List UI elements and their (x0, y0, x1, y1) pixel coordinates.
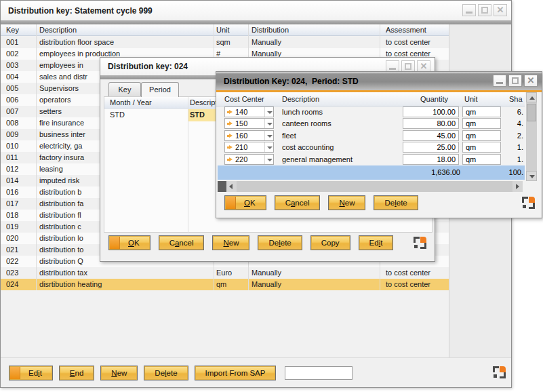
quantity-field[interactable]: 18.00 (403, 154, 459, 165)
cell: 008 (6, 117, 35, 129)
quantity-field[interactable]: 45.00 (403, 130, 459, 141)
link-arrow-icon[interactable] (227, 145, 230, 149)
cell: to cost center (386, 279, 447, 290)
unit-field[interactable]: qm (462, 130, 501, 141)
scroll-down-icon[interactable] (526, 171, 537, 181)
cell: 014 (6, 175, 35, 187)
close-icon[interactable]: ✕ (494, 4, 507, 16)
description-cell: fleet (282, 130, 296, 141)
link-arrow-icon[interactable] (227, 157, 230, 161)
dropdown-arrow-icon[interactable] (264, 107, 273, 117)
cost-center-rows: 140lunch rooms100.00qm6.150canteen rooms… (216, 106, 525, 165)
dropdown-arrow-icon[interactable] (264, 119, 273, 128)
unit-field[interactable]: qm (462, 106, 501, 117)
resize-grip-icon[interactable] (493, 366, 506, 378)
cost-center-combo[interactable]: 160 (224, 130, 274, 141)
window-distribution-key-period: Distribution Key: 024, Period: STD ✕ Cos… (216, 71, 542, 218)
scroll-right-icon[interactable] (512, 181, 523, 192)
cost-center-combo[interactable]: 220 (224, 154, 274, 165)
ok-button[interactable]: OK (108, 235, 150, 250)
new-button[interactable]: New (328, 195, 365, 210)
tab-period[interactable]: Period (141, 82, 179, 97)
maximize-icon[interactable] (508, 75, 522, 87)
resize-grip-icon[interactable] (414, 237, 426, 249)
delete-button[interactable]: Delete (258, 235, 302, 250)
dropdown-arrow-icon[interactable] (264, 131, 273, 140)
resize-grip-icon[interactable] (522, 197, 535, 209)
dropdown-arrow-icon[interactable] (264, 142, 273, 152)
main-window-titlebar[interactable]: Distribution key: Statement cycle 999 ✕ (1, 1, 511, 20)
table-row[interactable]: 001distribution floor spacesqmManuallyto… (1, 37, 449, 48)
cell: 020 (6, 233, 35, 244)
total-share: 100. (501, 165, 523, 180)
scroll-up-icon[interactable] (526, 92, 537, 102)
minimize-icon[interactable] (462, 4, 476, 16)
cost-center-combo[interactable]: 140 (224, 106, 274, 117)
share-cell: 1. (501, 142, 523, 153)
unit-field[interactable]: qm (462, 142, 501, 153)
share-cell: 2. (501, 130, 523, 141)
window-key-buttons: OKCancelNewDeleteCopyEdit (108, 235, 401, 250)
horizontal-scrollbar[interactable] (218, 181, 523, 192)
total-row: 1,636.00 100. (218, 165, 525, 180)
main-table-header: Key Description Unit Distribution Assess… (1, 24, 449, 36)
cell: disrtibution heating (39, 279, 213, 290)
delete-button[interactable]: Delete (144, 366, 188, 380)
minimize-icon[interactable] (493, 75, 506, 87)
cost-center-row[interactable]: 140lunch rooms100.00qm6. (216, 106, 525, 118)
table-row[interactable]: 023distribution taxEuroManuallyto cost c… (1, 267, 449, 279)
scrollbar-block[interactable] (218, 181, 226, 192)
column-header-unit: Unit (464, 92, 478, 106)
month-year-cell[interactable]: STD (110, 109, 125, 121)
cell: Manually (252, 279, 379, 290)
window-period-titlebar[interactable]: Distribution Key: 024, Period: STD ✕ (216, 72, 542, 90)
cell: 021 (6, 244, 35, 256)
table-row[interactable]: 024disrtibution heatingqmManuallyto cost… (1, 279, 449, 290)
cancel-button[interactable]: Cancel (159, 235, 205, 250)
cost-center-row[interactable]: 220general management18.00qm1. (216, 154, 525, 165)
quantity-field[interactable]: 80.00 (403, 118, 459, 129)
unit-field[interactable]: qm (462, 154, 501, 165)
scroll-left-icon[interactable] (226, 181, 237, 192)
quantity-field[interactable]: 25.00 (403, 142, 459, 153)
import-from-sap-button[interactable]: Import From SAP (195, 366, 277, 380)
cancel-button[interactable]: Cancel (275, 195, 321, 210)
cost-center-row[interactable]: 210cost accounting25.00qm1. (216, 142, 525, 153)
footer-input[interactable] (285, 366, 353, 380)
column-header-assessment: Assessment (386, 24, 447, 36)
end-button[interactable]: End (59, 366, 94, 380)
quantity-field[interactable]: 100.00 (403, 106, 459, 117)
scrollbar-thumb[interactable] (527, 104, 536, 121)
delete-button[interactable]: Delete (374, 195, 418, 210)
link-arrow-icon[interactable] (227, 110, 230, 114)
vertical-scrollbar[interactable] (526, 92, 537, 181)
copy-button[interactable]: Copy (310, 235, 350, 250)
description-cell: general management (282, 154, 353, 165)
tab-key[interactable]: Key (108, 82, 141, 96)
main-button-bar: EditEndNewDeleteImport From SAP (1, 357, 511, 387)
total-quantity: 1,636.00 (394, 165, 460, 180)
cost-center-combo[interactable]: 210 (224, 142, 274, 153)
column-header-quantity: Quantity (399, 92, 448, 106)
cost-center-row[interactable]: 150canteen rooms80.00qm4. (216, 118, 525, 130)
cell: 017 (6, 198, 35, 210)
cell: 012 (6, 163, 35, 175)
dropdown-arrow-icon[interactable] (264, 155, 273, 164)
new-button[interactable]: New (100, 366, 138, 380)
share-cell: 1. (501, 154, 523, 165)
unit-field[interactable]: qm (462, 118, 501, 129)
cost-center-combo[interactable]: 150 (224, 118, 274, 129)
column-header-description: Description (282, 92, 319, 106)
edit-button[interactable]: Edit (359, 235, 394, 250)
link-arrow-icon[interactable] (227, 121, 230, 125)
cell: distribution tax (39, 267, 213, 279)
maximize-icon[interactable] (478, 4, 491, 16)
link-arrow-icon[interactable] (227, 134, 230, 138)
ok-button[interactable]: OK (224, 195, 266, 210)
divider (36, 24, 37, 290)
close-icon[interactable]: ✕ (524, 75, 538, 87)
edit-button[interactable]: Edit (9, 366, 53, 380)
new-button[interactable]: New (212, 235, 249, 250)
cell: 010 (6, 140, 35, 152)
cost-center-row[interactable]: 160fleet45.00qm2. (216, 130, 525, 142)
